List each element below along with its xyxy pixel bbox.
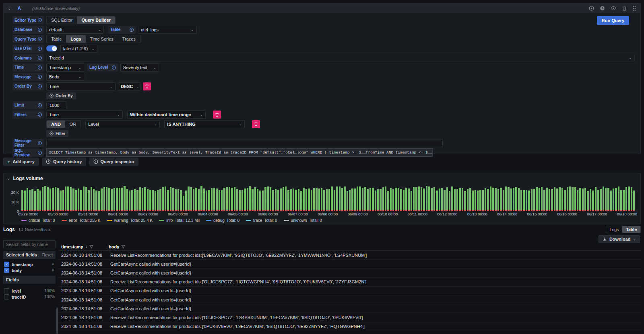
volume-bar[interactable] xyxy=(367,189,369,211)
volume-bar[interactable] xyxy=(37,189,38,211)
volume-bar[interactable] xyxy=(456,189,458,211)
volume-bar[interactable] xyxy=(605,188,607,211)
volume-bar[interactable] xyxy=(375,191,376,211)
volume-bar[interactable] xyxy=(536,187,537,211)
legend-item-trace[interactable]: traceTotal: 0 xyxy=(246,218,277,223)
volume-bar[interactable] xyxy=(390,188,392,211)
query-type-option-logs[interactable]: Logs xyxy=(66,35,85,43)
volume-bar[interactable] xyxy=(428,186,430,211)
volume-bar[interactable] xyxy=(569,186,571,211)
volume-bar[interactable] xyxy=(119,188,120,211)
table-row[interactable]: 2024-06-18 14:51:08Receive ListRecommend… xyxy=(59,278,641,287)
volume-bar[interactable] xyxy=(175,189,177,211)
volume-bar[interactable] xyxy=(108,188,110,211)
volume-bar[interactable] xyxy=(400,189,402,211)
volume-bar[interactable] xyxy=(287,190,289,211)
table-row[interactable]: 2024-06-18 14:51:08GetCartAsync called w… xyxy=(59,295,641,304)
add-query-button[interactable]: +Add query xyxy=(3,158,39,166)
volume-bar[interactable] xyxy=(183,196,184,211)
volume-bar[interactable] xyxy=(39,191,41,211)
volume-bar[interactable] xyxy=(398,188,399,211)
volume-bar[interactable] xyxy=(139,187,141,211)
volume-bar[interactable] xyxy=(311,190,312,211)
volume-bar[interactable] xyxy=(254,187,256,211)
filter1-field-select[interactable]: Time⌄ xyxy=(46,111,123,119)
view-toggle-table[interactable]: Table xyxy=(622,226,640,233)
volume-bar[interactable] xyxy=(574,187,576,211)
table-select[interactable]: otel_logs⌄ xyxy=(138,26,197,34)
volume-bar[interactable] xyxy=(180,190,182,211)
volume-bar[interactable] xyxy=(124,186,125,211)
volume-bar[interactable] xyxy=(579,188,581,211)
volume-bar[interactable] xyxy=(577,190,578,211)
volume-bar[interactable] xyxy=(449,191,450,211)
drag-handle-icon[interactable]: ⠿ xyxy=(52,264,55,265)
volume-bar[interactable] xyxy=(44,186,46,211)
volume-bar[interactable] xyxy=(142,188,143,211)
use-otel-toggle[interactable]: ✓ xyxy=(46,45,57,51)
volume-bar[interactable] xyxy=(285,186,287,211)
volume-bar[interactable] xyxy=(159,189,161,211)
query-history-button[interactable]: Query history xyxy=(42,158,86,166)
volume-bar[interactable] xyxy=(247,188,248,211)
volume-bar[interactable] xyxy=(300,191,302,211)
view-toggle-logs[interactable]: Logs xyxy=(606,226,623,233)
volume-bar[interactable] xyxy=(21,190,23,211)
volume-bar[interactable] xyxy=(631,187,632,211)
volume-bar[interactable] xyxy=(111,189,113,211)
volume-bar[interactable] xyxy=(597,190,599,211)
volume-bar[interactable] xyxy=(193,189,194,211)
logs-volume-chart[interactable]: 010 K20 K xyxy=(21,185,635,211)
volume-bar[interactable] xyxy=(421,187,422,211)
volume-bar[interactable] xyxy=(539,188,540,211)
volume-bar[interactable] xyxy=(147,189,149,211)
volume-bar[interactable] xyxy=(551,189,553,211)
volume-bar[interactable] xyxy=(101,189,102,211)
volume-bar[interactable] xyxy=(93,189,95,211)
volume-bar[interactable] xyxy=(490,186,491,211)
filter-icon[interactable] xyxy=(89,245,93,249)
query-inspector-button[interactable]: Query inspector xyxy=(89,158,138,166)
volume-bar[interactable] xyxy=(431,188,433,211)
volume-bar[interactable] xyxy=(592,191,594,211)
volume-bar[interactable] xyxy=(198,189,200,211)
volume-bar[interactable] xyxy=(510,189,512,211)
volume-bar[interactable] xyxy=(65,186,66,211)
volume-bar[interactable] xyxy=(165,186,166,211)
volume-bar[interactable] xyxy=(172,188,174,211)
otel-version-select[interactable]: latest (1.2.9)⌄ xyxy=(60,45,97,53)
volume-bar[interactable] xyxy=(262,191,264,211)
volume-bar[interactable] xyxy=(252,189,253,211)
volume-bar[interactable] xyxy=(78,189,79,211)
volume-bar[interactable] xyxy=(152,190,153,211)
volume-bar[interactable] xyxy=(336,186,338,211)
volume-bar[interactable] xyxy=(531,189,533,211)
volume-bar[interactable] xyxy=(364,187,366,211)
panel-collapse-chevron-icon[interactable]: ⌄ xyxy=(7,176,10,180)
volume-bar[interactable] xyxy=(487,189,489,211)
volume-bar[interactable] xyxy=(549,189,550,211)
volume-bar[interactable] xyxy=(305,189,307,211)
volume-bar[interactable] xyxy=(52,188,54,211)
volume-bar[interactable] xyxy=(277,190,279,211)
volume-bar[interactable] xyxy=(503,190,504,211)
volume-bar[interactable] xyxy=(411,191,412,211)
volume-bar[interactable] xyxy=(206,191,207,211)
volume-bar[interactable] xyxy=(380,189,381,211)
legend-item-debug[interactable]: debugTotal: 0 xyxy=(206,218,239,223)
volume-bar[interactable] xyxy=(600,189,601,211)
volume-bar[interactable] xyxy=(459,188,460,211)
volume-bar[interactable] xyxy=(178,189,179,211)
table-row[interactable]: 2024-06-18 14:51:08GetCartAsync called w… xyxy=(59,260,641,268)
volume-bar[interactable] xyxy=(244,189,246,211)
volume-bar[interactable] xyxy=(106,187,107,211)
volume-bar[interactable] xyxy=(523,190,524,211)
volume-bar[interactable] xyxy=(403,190,405,211)
volume-bar[interactable] xyxy=(88,190,89,211)
volume-bar[interactable] xyxy=(351,189,353,211)
legend-item-unknown[interactable]: unknownTotal: 0 xyxy=(284,218,322,223)
volume-bar[interactable] xyxy=(518,188,520,211)
column-header-body[interactable]: body xyxy=(109,244,125,249)
volume-bar[interactable] xyxy=(444,190,445,211)
log-level-select[interactable]: SeverityText⌄ xyxy=(120,64,159,72)
